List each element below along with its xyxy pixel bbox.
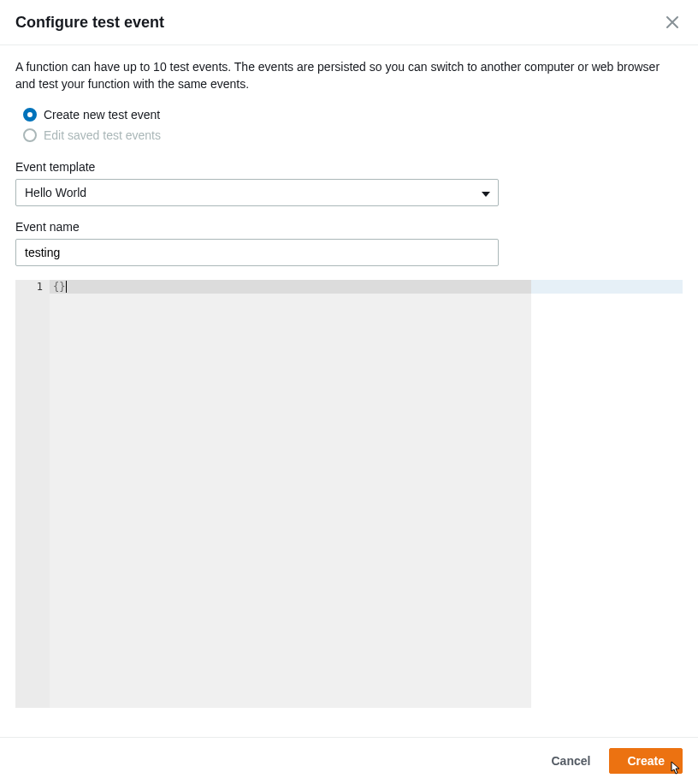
event-template-select-wrap: Hello World [15,179,499,206]
radio-icon [23,128,37,142]
radio-create-label: Create new test event [44,107,160,122]
event-template-label: Event template [15,160,683,174]
cancel-button[interactable]: Cancel [551,749,590,773]
radio-edit-saved: Edit saved test events [15,125,683,146]
event-name-input[interactable] [15,239,499,266]
editor-margin [531,280,683,708]
event-mode-radio-group: Create new test event Edit saved test ev… [15,104,683,146]
modal-header: Configure test event [0,0,698,45]
radio-edit-label: Edit saved test events [44,128,161,143]
close-icon [665,15,679,29]
event-template-value: Hello World [25,186,86,199]
create-button[interactable]: Create [609,748,683,774]
text-cursor-icon [66,281,67,293]
code-editor[interactable]: 1 {} [15,280,683,708]
intro-text: A function can have up to 10 test events… [15,59,683,92]
code-line: {} [50,280,531,294]
radio-icon [23,108,37,122]
modal-footer: Cancel Create [0,737,698,784]
close-button[interactable] [662,12,683,33]
event-template-select[interactable]: Hello World [15,179,499,206]
modal-body: A function can have up to 10 test events… [0,45,698,723]
line-number: 1 [15,280,43,294]
radio-create-new[interactable]: Create new test event [15,104,683,125]
modal-title: Configure test event [15,14,164,32]
editor-gutter: 1 [15,280,50,708]
editor-code-area[interactable]: {} [50,280,531,708]
event-name-label: Event name [15,220,683,234]
